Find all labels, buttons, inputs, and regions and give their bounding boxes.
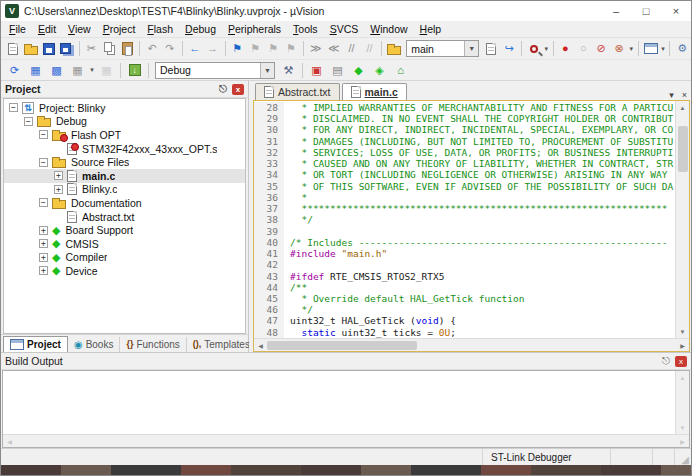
redo-icon[interactable]: ↷ [161,40,178,58]
tree-item-main-c[interactable]: +main.c [4,169,245,183]
code-line[interactable]: 36 * [254,192,675,203]
pin-icon[interactable]: ⎋ [659,355,673,367]
scroll-down-icon[interactable]: ▼ [676,325,689,338]
tree-expander-icon[interactable]: + [54,171,63,180]
minimize-button[interactable]: – [601,1,631,21]
toggle-breakpoint-icon[interactable]: ● [557,40,574,58]
build-output-vertical-scrollbar[interactable]: ▲ ▼ [675,371,689,434]
tree-item-blinky-c[interactable]: +Blinky.c [4,183,245,197]
menu-file[interactable]: File [3,22,32,36]
tree-item-device[interactable]: +◆Device [4,264,245,278]
tree-item-debug[interactable]: −Debug [4,115,245,129]
target-select-combo[interactable]: Debug▼ [155,62,275,79]
code-line[interactable]: 42 [254,259,675,270]
tab-project[interactable]: Project [3,336,68,352]
indent-icon[interactable]: ≫ [307,40,324,58]
comment-icon[interactable]: // [343,40,360,58]
code-line[interactable]: 39 [254,226,675,237]
scroll-right-icon[interactable]: ▶ [676,339,689,352]
pack-installer-icon[interactable]: ⌂ [391,61,411,79]
code-line[interactable]: 40/* Includes --------------------------… [254,237,675,248]
menu-svcs[interactable]: SVCS [324,22,365,36]
window-layout-dropdown[interactable]: ▾ [660,45,667,53]
breakpoints-dropdown[interactable]: ▾ [628,45,635,53]
translate-icon[interactable]: ⟳ [5,61,25,79]
code-view[interactable]: 28 * IMPLIED WARRANTIES OF MERCHANTABILI… [254,101,675,338]
menu-debug[interactable]: Debug [179,22,222,36]
tree-expander-icon[interactable]: + [39,253,48,262]
code-line[interactable]: 37 *************************************… [254,203,675,214]
resize-grip[interactable]: ◢ [675,449,691,465]
tree-item-flash-opt[interactable]: −Flash OPT [4,128,245,142]
tree-expander-icon[interactable]: + [39,239,48,248]
next-bookmark-icon[interactable]: ⚑ [265,40,282,58]
scroll-left-icon[interactable]: ◀ [254,339,267,352]
insert-bookmark-icon[interactable]: ⚑ [229,40,246,58]
clear-bookmarks-icon[interactable]: ⚑ [283,40,300,58]
file-extensions-icon[interactable]: ▤ [328,61,348,79]
editor-vertical-scrollbar[interactable]: ▲ ▼ [675,101,689,338]
close-button[interactable]: × [661,1,691,21]
build-output-close-icon[interactable]: x [675,356,687,367]
tree-expander-icon[interactable]: + [54,185,63,194]
menu-help[interactable]: Help [414,22,448,36]
scroll-left-icon[interactable]: ◀ [3,435,16,448]
code-line[interactable]: 30 * FOR ANY DIRECT, INDIRECT, INCIDENTA… [254,124,675,135]
manage-components-icon[interactable]: ▣ [307,61,327,79]
tree-expander-icon[interactable]: + [39,266,48,275]
menu-flash[interactable]: Flash [141,22,179,36]
code-line[interactable]: 41#include "main.h" [254,248,675,259]
rebuild-icon[interactable]: ▩ [47,61,67,79]
tab-list-dropdown-icon[interactable]: ▾ [665,90,678,100]
debug-search-icon[interactable] [525,40,542,58]
tab-close-icon[interactable]: × [678,90,691,100]
code-line[interactable]: 33 * CAUSED AND ON ANY THEORY OF LIABILI… [254,158,675,169]
tree-expander-icon[interactable]: − [39,130,48,139]
tree-item-source-files[interactable]: −Source Files [4,155,245,169]
maximize-button[interactable]: □ [631,1,661,21]
select-packs-icon[interactable]: ◈ [370,61,390,79]
menu-view[interactable]: View [62,22,97,36]
code-line[interactable]: 45 * Override default HAL_GetTick functi… [254,293,675,304]
find-combo[interactable]: main▼ [406,40,479,57]
code-line[interactable]: 44/** [254,282,675,293]
code-line[interactable]: 47uint32_t HAL_GetTick (void) { [254,315,675,326]
debug-search-dropdown[interactable]: ▾ [543,45,550,53]
tree-item-cmsis[interactable]: +◆CMSIS [4,237,245,251]
code-line[interactable]: 32 * SERVICES; LOSS OF USE, DATA, OR PRO… [254,147,675,158]
tab-books[interactable]: ◉Books [68,337,121,352]
build-output-horizontal-scrollbar[interactable]: ◀ ▶ [3,434,689,447]
uncomment-icon[interactable]: // [361,40,378,58]
code-line[interactable]: 34 * OR TORT (INCLUDING NEGLIGENCE OR OT… [254,169,675,180]
code-line[interactable]: 48 static uint32_t ticks = 0U; [254,327,675,338]
configure-wrench-icon[interactable]: ⚙ [674,40,691,58]
tree-item-abstract-txt[interactable]: Abstract.txt [4,210,245,224]
paste-icon[interactable] [119,40,136,58]
code-line[interactable]: 43#ifdef RTE_CMSIS_RTOS2_RTX5 [254,271,675,282]
scroll-right-icon[interactable]: ▶ [676,435,689,448]
manage-rte-icon[interactable]: ◆ [349,61,369,79]
code-line[interactable]: 31 * DAMAGES (INCLUDING, BUT NOT LIMITED… [254,136,675,147]
vscroll-thumb[interactable] [678,126,688,172]
batch-build-icon[interactable]: ▦ [68,61,88,79]
undo-icon[interactable]: ↶ [144,40,161,58]
project-panel-close-icon[interactable]: x [232,84,244,95]
stop-build-icon[interactable]: ▦ [97,61,117,79]
build-output-content[interactable] [3,371,675,434]
tree-expander-icon[interactable]: − [24,117,33,126]
find-document-icon[interactable] [483,40,500,58]
tab-templates[interactable]: (),Templates [187,337,257,352]
code-line[interactable]: 35 * OF THIS SOFTWARE, EVEN IF ADVISED O… [254,181,675,192]
menu-tools[interactable]: Tools [287,22,324,36]
code-line[interactable]: 28 * IMPLIED WARRANTIES OF MERCHANTABILI… [254,102,675,113]
scroll-up-icon[interactable]: ▲ [676,101,689,114]
tree-item-compiler[interactable]: +◆Compiler [4,251,245,265]
editor-tab-main-c[interactable]: main.c [342,83,407,100]
hscroll-thumb[interactable] [267,341,417,350]
cut-icon[interactable]: ✂ [83,40,100,58]
editor-horizontal-scrollbar[interactable]: ◀ ▶ [254,338,689,351]
tree-expander-icon[interactable]: − [39,158,48,167]
find-combo-dropdown-icon[interactable]: ▼ [464,41,478,56]
tree-item-documentation[interactable]: −Documentation [4,196,245,210]
tree-expander-icon[interactable]: − [9,103,18,112]
